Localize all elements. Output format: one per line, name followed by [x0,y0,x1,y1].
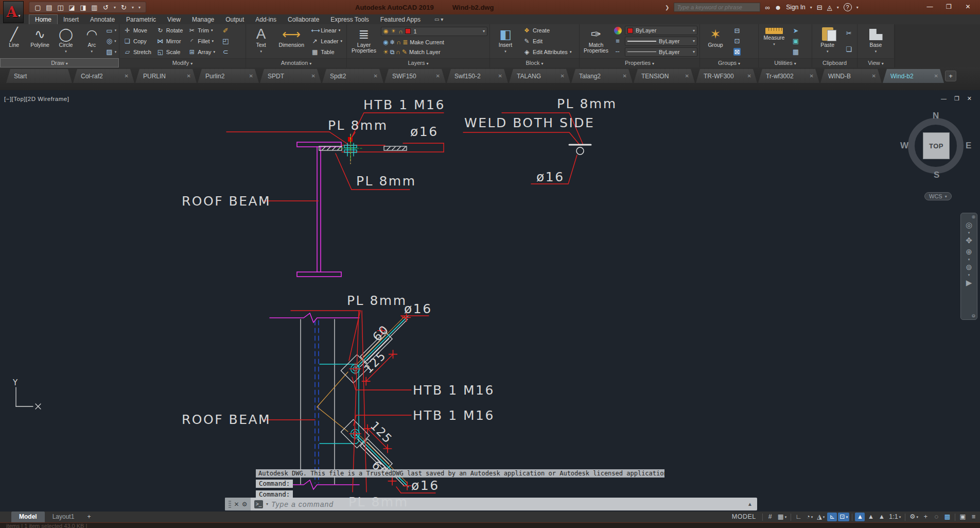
viewcube-north[interactable]: N [933,111,939,121]
command-customize-icon[interactable]: ⚙ [242,501,248,508]
circle-button[interactable]: ◯ Circle ▾ [54,25,78,57]
close-tab-icon[interactable]: ✕ [747,73,751,79]
layer-iso-icon[interactable]: ⧉ [390,48,395,56]
file-tab[interactable]: Swf150-2✕ [447,69,508,83]
detail1-beam[interactable]: HTB 1 M16 PL 8mm ø16 PL 8mm ROOF BEAM [182,97,445,277]
recent-commands-icon[interactable]: ▾ [266,502,268,506]
file-tab-active[interactable]: Wind-b2✕ [883,69,944,83]
close-tab-icon[interactable]: ✕ [810,73,814,79]
search-collapse-icon[interactable]: ❯ [665,5,669,10]
zoom-icon[interactable]: ⊕ [966,246,972,258]
ungroup-button[interactable]: ⊟ [734,27,740,35]
file-tab[interactable]: TR-WF300✕ [696,69,757,83]
showmotion-icon[interactable]: ▶ [966,277,972,288]
file-tab[interactable]: Tr-wf3002✕ [758,69,819,83]
close-tab-icon[interactable]: ✕ [685,73,689,79]
close-tab-icon[interactable]: ✕ [311,73,316,79]
print-icon[interactable]: ▥ [90,4,99,11]
sign-in-dropdown-icon[interactable]: ▾ [810,5,812,10]
group-selection-toggle[interactable]: ⊠ [733,48,741,56]
clipboard-panel-footer[interactable]: Clipboard [812,58,857,67]
create-block-button[interactable]: ❖Create [521,27,573,34]
viewport-controls[interactable]: [−][Top][2D Wireframe] [4,96,69,102]
annotation-roof-beam[interactable]: ROOF BEAM [182,194,271,209]
command-line-grip[interactable]: ✕ ⚙ [225,498,251,510]
chevron-down-icon[interactable]: ▾ [968,231,970,235]
app-dropdown-icon[interactable]: ▾ [837,5,839,10]
file-tab[interactable]: TALANG✕ [509,69,570,83]
layer-select[interactable]: ◉ ☀ ∩ 1 ▾ [381,27,487,36]
layer-on-icon[interactable]: ◉ [383,28,389,35]
copy-button[interactable]: ❏Copy [121,38,153,45]
polar-tracking-toggle[interactable]: ◔▾ [804,513,814,521]
arc-button[interactable]: ◠ Arc ▾ [80,25,103,57]
utilities-panel-footer[interactable]: Utilities ▾ [759,58,812,67]
grid-toggle[interactable]: # [765,513,775,521]
layer-sun-icon[interactable]: ☀ [391,28,396,35]
quick-select-button[interactable]: ➤ [793,27,799,35]
rectangle-button[interactable]: ▭▾ [106,27,116,35]
annotation-scale-value[interactable]: 1:1▾ [887,513,902,521]
snap-toggle[interactable]: ▦▾ [776,513,788,521]
annotation-pl-bottom[interactable]: PL 8mm [356,174,416,189]
file-tab[interactable]: SWF150✕ [384,69,446,83]
leader-button[interactable]: ↗Leader▾ [309,38,344,45]
measure-button[interactable]: Measure ▾ [761,25,787,57]
file-tab-start[interactable]: Start [6,69,72,83]
chevron-down-icon[interactable]: ▾ [483,29,485,33]
layer-lock-icon[interactable]: ∩ [397,39,401,46]
annotation-panel-footer[interactable]: Annotation ▾ [246,58,346,67]
drawing-minimize-button[interactable]: — [941,95,947,102]
graphics-performance-button[interactable]: ▩ [942,513,952,521]
model-space-canvas[interactable]: HTB 1 M16 PL 8mm ø16 PL 8mm ROOF BEAM PL… [0,90,980,512]
undo-icon[interactable]: ↺ [101,4,111,11]
fillet-button[interactable]: ◜Fillet▾ [186,38,217,45]
close-tab-icon[interactable]: ✕ [125,73,129,79]
make-current-icon[interactable]: ≣ [402,39,408,46]
annotation-pl[interactable]: PL 8mm [557,96,617,111]
insert-button[interactable]: ◧ Insert ▾ [492,25,519,57]
annotation-dia[interactable]: ø16 [410,124,439,139]
close-tab-icon[interactable]: ✕ [934,73,938,79]
cut-button[interactable]: ✂ [846,29,852,37]
text-button[interactable]: A Text ▾ [248,25,274,57]
file-tab[interactable]: Talang2✕ [571,69,633,83]
polyline-button[interactable]: ∿ Polyline [28,25,51,57]
autoscale-toggle[interactable]: ▲ [866,513,876,521]
block-panel-footer[interactable]: Block ▾ [490,58,579,67]
model-space-toggle[interactable]: MODEL [728,513,760,521]
explode-button[interactable]: ◰ [222,37,229,45]
chevron-down-icon[interactable]: ▾ [65,48,67,54]
groups-panel-footer[interactable]: Groups ▾ [700,58,758,67]
redo-dropdown-icon[interactable]: ▾ [130,5,135,10]
command-expand-icon[interactable]: ▲ [747,501,752,507]
tab-annotate[interactable]: Annotate [84,14,120,24]
match-properties-button[interactable]: ✑ Match Properties [582,25,610,57]
ellipse-button[interactable]: ◎▾ [107,37,116,45]
chevron-down-icon[interactable]: ▾ [91,48,93,54]
edit-attributes-button[interactable]: ◈Edit Attributes▾ [521,48,573,56]
properties-panel-footer[interactable]: Properties ▾ [580,58,699,67]
object-color-select[interactable]: ByLayer ▾ [625,26,697,35]
layer-properties-button[interactable]: ≣ Layer Properties [349,25,379,57]
layer-color-swatch[interactable] [405,28,411,34]
dimension-button[interactable]: ⟷ Dimension [276,25,307,57]
viewcube[interactable]: N W E S TOP [904,112,968,178]
close-tab-icon[interactable]: ✕ [249,73,253,79]
command-line[interactable]: ✕ ⚙ >_ ▾ Type a command ▲ [225,498,757,510]
edit-block-button[interactable]: ✎Edit [521,38,573,45]
match-layer-button[interactable]: ☀ ⧉ ∩ ✎ Match Layer [381,48,487,56]
ucs-icon[interactable]: Y [12,378,41,409]
file-tab[interactable]: TENSION✕ [634,69,695,83]
file-tab[interactable]: Purlin2✕ [198,69,259,83]
close-tab-icon[interactable]: ✕ [498,73,502,79]
undo-dropdown-icon[interactable]: ▾ [112,5,117,10]
save-icon[interactable]: ◫ [56,4,65,11]
workspace-settings-button[interactable]: ⚙▾ [908,513,920,521]
maximize-button[interactable]: ❐ [939,1,958,13]
viewcube-east[interactable]: E [966,141,971,151]
tab-express-tools[interactable]: Express Tools [325,14,374,24]
model-tab[interactable]: Model [11,512,45,522]
erase-button[interactable]: ✐ [223,27,229,35]
tab-insert[interactable]: Insert [58,14,84,24]
